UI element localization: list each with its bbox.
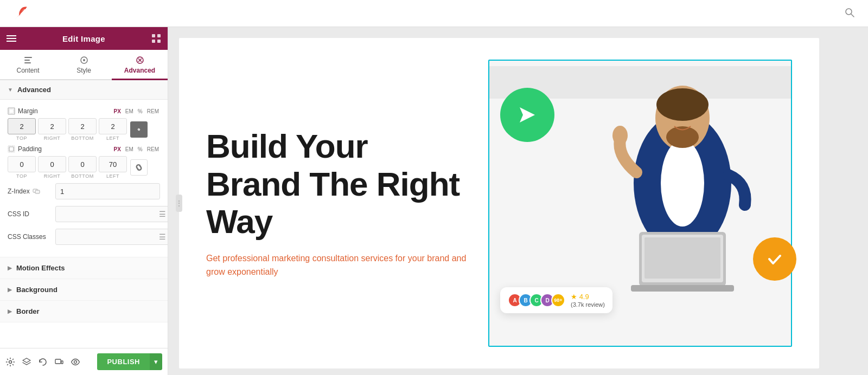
advanced-section-label: Advanced (17, 86, 51, 94)
orange-check-badge (753, 237, 796, 281)
padding-link-button[interactable] (130, 159, 148, 176)
padding-unit-rem[interactable]: REM (146, 146, 160, 153)
motion-effects-label: Motion Effects (16, 264, 65, 272)
svg-rect-20 (35, 190, 40, 193)
search-icon (844, 7, 855, 18)
css-id-input-wrapper: ☰ (55, 206, 168, 222)
margin-unit-em[interactable]: EM (124, 108, 135, 115)
padding-left-input[interactable]: 70 (99, 156, 127, 172)
css-classes-input[interactable] (56, 233, 156, 241)
padding-top-input[interactable]: 0 (8, 156, 36, 172)
search-button[interactable] (842, 5, 857, 22)
eye-icon[interactable] (71, 357, 80, 367)
css-classes-list-icon[interactable]: ☰ (156, 232, 168, 241)
margin-unit-percent[interactable]: % (137, 108, 144, 115)
css-classes-label: CSS Classes (8, 233, 51, 241)
grid-icon[interactable] (151, 34, 161, 43)
history-icon[interactable] (38, 357, 48, 367)
bottom-icons-group (5, 357, 80, 367)
padding-left-box: 70 LEFT (99, 156, 127, 179)
margin-inputs: 2 TOP 2 RIGHT 2 BOTTOM 2 LEFT (8, 118, 160, 141)
tab-advanced[interactable]: Advanced (112, 50, 168, 80)
margin-label: Margin (8, 107, 38, 115)
advanced-icon (135, 55, 145, 65)
responsive-icon[interactable] (54, 357, 64, 367)
panel-title: Edit Image (62, 34, 105, 43)
resize-handle[interactable] (176, 195, 182, 212)
padding-unit-percent[interactable]: % (137, 146, 144, 153)
avatar-group: A B C D 98+ (508, 293, 565, 307)
margin-top-input[interactable]: 2 (8, 118, 36, 134)
css-id-text: CSS ID (8, 210, 29, 218)
svg-rect-7 (24, 57, 32, 58)
panel-header: Edit Image (0, 27, 168, 50)
content-icon (23, 55, 33, 65)
svg-point-31 (612, 126, 628, 145)
padding-icon (8, 145, 15, 153)
css-id-row: CSS ID ☰ (8, 206, 160, 222)
tab-style[interactable]: Style (56, 50, 112, 80)
padding-text: Padding (18, 145, 42, 153)
layers-icon[interactable] (22, 357, 31, 367)
settings-icon[interactable] (5, 357, 15, 367)
border-section[interactable]: ▶ Border (0, 301, 168, 322)
tab-content[interactable]: Content (0, 50, 56, 80)
padding-unit-buttons: PX EM % REM (113, 146, 160, 153)
padding-bottom-label: BOTTOM (71, 173, 93, 179)
padding-inputs: 0 TOP 0 RIGHT 0 BOTTOM 70 LEFT (8, 156, 160, 179)
margin-right-input[interactable]: 2 (38, 118, 66, 134)
style-icon (79, 55, 89, 65)
css-id-list-icon[interactable]: ☰ (156, 210, 168, 218)
padding-unit-px[interactable]: PX (113, 146, 122, 153)
svg-point-0 (24, 7, 26, 9)
background-label: Background (16, 286, 58, 294)
margin-bottom-input[interactable]: 2 (68, 118, 97, 134)
padding-right-input[interactable]: 0 (38, 156, 66, 172)
svg-point-28 (661, 140, 704, 227)
margin-icon (8, 107, 15, 115)
advanced-section-header[interactable]: ▼ Advanced (0, 80, 168, 100)
margin-unit-rem[interactable]: REM (146, 108, 160, 115)
svg-rect-6 (157, 40, 161, 43)
background-section[interactable]: ▶ Background (0, 279, 168, 301)
margin-link-button[interactable] (130, 121, 148, 138)
tab-content-label: Content (16, 67, 39, 74)
svg-rect-18 (9, 147, 14, 151)
padding-unit-em[interactable]: EM (124, 146, 135, 153)
margin-unit-px[interactable]: PX (113, 108, 122, 115)
padding-row: Padding PX EM % REM (8, 145, 160, 153)
image-section: A B C D 98+ ★ 4.9 (3.7k review) (488, 60, 792, 347)
svg-rect-4 (157, 34, 161, 37)
padding-label: Padding (8, 145, 42, 153)
svg-rect-35 (631, 285, 734, 292)
review-card: A B C D 98+ ★ 4.9 (3.7k review) (500, 287, 612, 313)
top-bar-search[interactable] (842, 5, 857, 22)
margin-top-label: TOP (16, 135, 27, 141)
css-id-input[interactable] (56, 210, 156, 218)
hero-heading: Build Your Brand The Right Way (206, 127, 467, 240)
canvas-inner: Build Your Brand The Right Way Get profe… (179, 38, 819, 368)
svg-rect-3 (152, 34, 155, 37)
publish-button[interactable]: PUBLISH (97, 353, 150, 370)
top-bar (0, 0, 868, 27)
avatar-plus: 98+ (551, 293, 565, 307)
brand-icon (11, 4, 30, 23)
margin-bottom-label: BOTTOM (71, 135, 93, 141)
panel-tabs: Content Style Advanced (0, 50, 168, 80)
padding-top-box: 0 TOP (8, 156, 36, 179)
margin-right-label: RIGHT (44, 135, 61, 141)
css-classes-row: CSS Classes ☰ (8, 229, 160, 245)
hamburger-menu-icon[interactable] (7, 35, 16, 42)
green-circle-badge (500, 88, 554, 142)
z-index-input[interactable]: 1 (55, 183, 160, 199)
padding-bottom-input[interactable]: 0 (68, 156, 97, 172)
margin-left-input[interactable]: 2 (99, 118, 127, 134)
margin-left-box: 2 LEFT (99, 118, 127, 141)
motion-effects-section[interactable]: ▶ Motion Effects (0, 257, 168, 279)
publish-dropdown-button[interactable]: ▾ (150, 353, 162, 370)
svg-point-24 (74, 360, 77, 363)
canvas-area: Build Your Brand The Right Way Get profe… (168, 27, 868, 375)
padding-right-box: 0 RIGHT (38, 156, 66, 179)
border-label: Border (16, 307, 40, 315)
review-count: (3.7k review) (571, 301, 605, 308)
